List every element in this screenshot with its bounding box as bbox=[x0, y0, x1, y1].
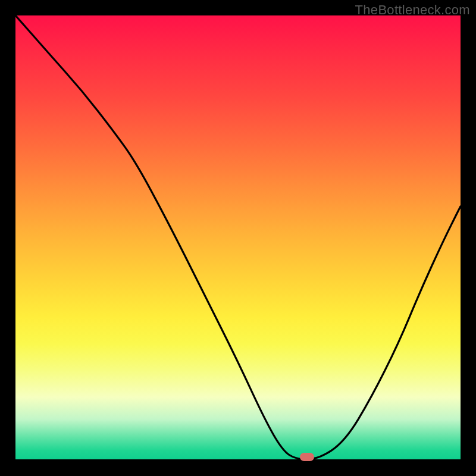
optimal-marker-icon bbox=[300, 453, 314, 461]
plot-area bbox=[15, 15, 461, 459]
bottleneck-curve bbox=[15, 15, 461, 459]
watermark-text: TheBottleneck.com bbox=[355, 2, 470, 18]
chart-frame: TheBottleneck.com bbox=[0, 0, 476, 476]
